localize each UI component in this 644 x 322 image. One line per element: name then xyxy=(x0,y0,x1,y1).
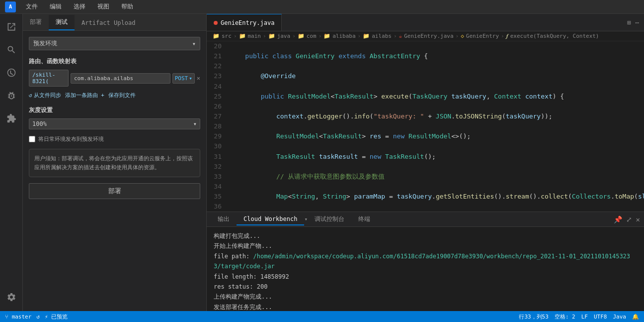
status-left: ⑂ master ↺ ⚡ 已预览 xyxy=(5,313,68,321)
save-to-file-btn[interactable]: 保存到文件 xyxy=(108,92,136,99)
encoding-status[interactable]: UTF8 xyxy=(594,314,607,320)
editor-panel-container: GenieEntry.java ⊞ ⋯ 📁 src › 📁 main › 📁 j… xyxy=(207,14,644,311)
panel-maximize-icon[interactable]: ⤢ xyxy=(626,215,632,223)
route-actions: ↺ 从文件同步 添加一条路由 + 保存到文件 xyxy=(29,92,200,99)
activity-search[interactable] xyxy=(2,41,20,59)
add-route-btn[interactable]: 添加一条路由 + xyxy=(65,92,104,99)
route-target-input[interactable]: com.alibaba.ailabs xyxy=(71,73,170,84)
activity-extensions[interactable] xyxy=(2,109,20,127)
route-delete-btn[interactable]: ✕ xyxy=(197,75,200,82)
output-line-1: 构建打包完成... xyxy=(214,231,637,241)
output-line-4: file length: 14858992 xyxy=(214,272,637,282)
activity-bar xyxy=(0,14,23,311)
status-right: 行33，列53 空格: 2 LF UTF8 Java 🔔 xyxy=(519,313,639,321)
spaces-status[interactable]: 空格: 2 xyxy=(555,313,575,321)
code-line-24: ResultModel<TaskResult> res = new Result… xyxy=(228,131,644,141)
panel-tab-terminal[interactable]: 终端 xyxy=(351,213,377,225)
menu-help[interactable]: 帮助 xyxy=(119,1,135,12)
grayscale-percent-dropdown[interactable]: 100% ▾ xyxy=(29,118,200,129)
output-line-3: file path: /home/admin/workspace/codeup.… xyxy=(214,251,637,272)
sidebar: 部署 测试 Artifact Upload 预发环境 ▾ 路由、函数映射表 /s… xyxy=(23,14,207,311)
code-line-26: // 从请求中获取意图参数以及参数值 xyxy=(228,172,644,182)
menu-view[interactable]: 视图 xyxy=(95,1,111,12)
more-actions-icon[interactable]: ⋯ xyxy=(635,19,639,26)
menu-select[interactable]: 选择 xyxy=(72,1,87,12)
code-content: public class GenieEntry extends Abstract… xyxy=(228,41,644,212)
editor-tabs: GenieEntry.java ⊞ ⋯ xyxy=(207,14,644,31)
output-line-5: res status: 200 xyxy=(214,282,637,292)
code-line-25: TaskResult taskResult = new TaskResult()… xyxy=(228,152,644,162)
code-line-23: context.getLogger().info("taskQuery: " +… xyxy=(228,111,644,121)
editor-tab-icons: ⊞ ⋯ xyxy=(627,19,644,26)
method-select[interactable]: POST ▾ xyxy=(172,73,195,84)
code-line-20: public class GenieEntry extends Abstract… xyxy=(228,51,644,61)
grayscale-title: 灰度设置 xyxy=(29,106,200,114)
code-line-22: public ResultModel<TaskResult> execute(T… xyxy=(228,92,644,102)
activity-debug[interactable] xyxy=(2,87,20,105)
code-editor[interactable]: 20 21 22 23 24 25 26 27 28 29 30 31 32 3… xyxy=(207,41,644,212)
line-numbers: 20 21 22 23 24 25 26 27 28 29 30 31 32 3… xyxy=(207,41,228,212)
sidebar-tabs: 部署 测试 Artifact Upload xyxy=(23,14,206,31)
panel-pin-icon[interactable]: 📌 xyxy=(614,215,622,223)
tab-deploy[interactable]: 部署 xyxy=(23,15,49,30)
sidebar-content: 预发环境 ▾ 路由、函数映射表 /skill-8321( com.alibaba… xyxy=(23,31,206,311)
sync-from-file-btn[interactable]: ↺ 从文件同步 xyxy=(29,92,61,99)
tab-artifact-upload[interactable]: Artifact Upload xyxy=(75,16,142,30)
activity-settings[interactable] xyxy=(2,288,20,306)
tab-dot xyxy=(214,21,218,25)
menu-bar: A 文件 编辑 选择 视图 帮助 xyxy=(0,0,644,14)
main-layout: 部署 测试 Artifact Upload 预发环境 ▾ 路由、函数映射表 /s… xyxy=(23,14,644,311)
activity-explorer[interactable] xyxy=(2,18,20,36)
panel-tabs: 输出 Cloud Workbench ▾ 调试控制台 终端 📌 ⤢ ✕ xyxy=(207,212,644,227)
notification-icon[interactable]: 🔔 xyxy=(632,314,639,320)
split-editor-icon[interactable]: ⊞ xyxy=(627,19,631,26)
code-line-27: Map<String, String> paramMap = taskQuery… xyxy=(228,192,644,202)
grayscale-section: 灰度设置 100% ▾ xyxy=(29,106,200,129)
panel-area: 输出 Cloud Workbench ▾ 调试控制台 终端 📌 ⤢ ✕ 构建打包… xyxy=(207,212,644,311)
git-branch-icon: ⑂ xyxy=(5,314,8,320)
output-line-7: 发送部署任务完成... xyxy=(214,302,637,311)
panel-tab-cloud-workbench[interactable]: Cloud Workbench xyxy=(237,214,304,225)
route-section-title: 路由、函数映射表 xyxy=(29,57,200,66)
panel-content: 构建打包完成... 开始上传构建产物... file path: /home/a… xyxy=(207,227,644,311)
editor-tab-genie-entry[interactable]: GenieEntry.java xyxy=(207,14,282,31)
activity-git[interactable] xyxy=(2,64,20,82)
route-path-input[interactable]: /skill-8321( xyxy=(29,70,69,87)
breadcrumb: 📁 src › 📁 main › 📁 java › 📁 com › 📁 alib… xyxy=(207,31,644,41)
output-line-2: 开始上传构建产物... xyxy=(214,241,637,251)
environment-dropdown[interactable]: 预发环境 ▾ xyxy=(29,37,200,50)
tab-test[interactable]: 测试 xyxy=(49,15,75,30)
app-logo: A xyxy=(5,1,16,12)
info-box: 用户须知：部署调试，将会在您为此应用开通的云服务上，按照该应用所属解决方案的描述… xyxy=(29,149,200,177)
output-file-path: /home/admin/workspace/codeup.aliyun.com/… xyxy=(214,253,630,270)
daily-env-checkbox-row: 将日常环境发布到预发环境 xyxy=(29,135,200,143)
menu-edit[interactable]: 编辑 xyxy=(48,1,64,12)
language-status[interactable]: Java xyxy=(613,314,627,320)
panel-tab-chevron[interactable]: ▾ xyxy=(304,216,308,222)
panel-tab-output[interactable]: 输出 xyxy=(211,213,237,225)
route-row: /skill-8321( com.alibaba.ailabs POST ▾ ✕ xyxy=(29,70,200,87)
panel-close-icon[interactable]: ✕ xyxy=(636,215,640,223)
status-bar: ⑂ master ↺ ⚡ 已预览 行33，列53 空格: 2 LF UTF8 J… xyxy=(0,311,644,322)
git-branch-status[interactable]: ⑂ master xyxy=(5,314,31,320)
environment-row: 预发环境 ▾ xyxy=(29,37,200,50)
panel-tab-debug-console[interactable]: 调试控制台 xyxy=(308,213,351,225)
grayscale-row: 100% ▾ xyxy=(29,118,200,129)
sync-status[interactable]: ↺ xyxy=(36,314,40,320)
panel-tab-icons: 📌 ⤢ ✕ xyxy=(614,215,640,223)
cursor-position[interactable]: 行33，列53 xyxy=(519,313,549,321)
menu-file[interactable]: 文件 xyxy=(24,1,40,12)
preview-status[interactable]: ⚡ 已预览 xyxy=(45,313,68,321)
deploy-button[interactable]: 部署 xyxy=(29,183,200,199)
code-line-21: @Override xyxy=(228,71,644,81)
line-ending-status[interactable]: LF xyxy=(581,314,588,320)
output-line-6: 上传构建产物完成... xyxy=(214,292,637,302)
daily-env-checkbox[interactable] xyxy=(29,136,35,142)
